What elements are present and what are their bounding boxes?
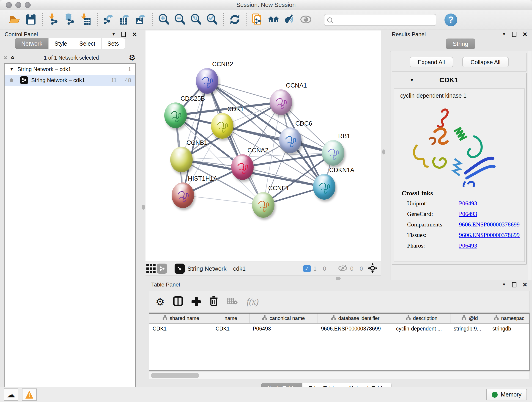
network-node-ccnb2[interactable] [196,68,218,94]
column-header-database-identifier[interactable]: database identifier [318,313,393,323]
table-gear-icon[interactable]: ⚙ [156,296,165,307]
network-node-ccna2[interactable] [231,154,254,180]
hidden-count: 0 – 0 [350,265,363,272]
crosslink-link[interactable]: 9606.ENSP00000378699 [459,221,520,228]
tab-select[interactable]: Select [73,38,101,49]
export-network-button[interactable] [101,12,117,28]
add-column-icon[interactable] [191,297,201,306]
collection-caret-icon[interactable]: ▼ [10,67,14,72]
collapse-results-icon[interactable]: ▼ [502,32,506,37]
network-row[interactable]: String Network – cdk1 11 48 [5,75,135,86]
float-table-icon[interactable] [512,282,516,287]
save-session-button[interactable] [23,12,39,28]
collapse-panel-icon[interactable]: ▼ [112,32,115,37]
share-view-icon[interactable] [157,263,167,274]
crosslinks-block: CrossLinks Uniprot:P06493GeneCard:P06493… [402,190,520,253]
tab-sets[interactable]: Sets [101,38,125,49]
column-header-canonical-name[interactable]: canonical name [249,313,318,323]
node-label-ccnb1: CCNB1 [186,139,208,147]
gene-caret-icon[interactable]: ▼ [410,77,414,83]
column-header-shared-name[interactable]: shared name [149,313,212,323]
export-image-button[interactable] [133,12,149,28]
warnings-button[interactable] [22,389,37,401]
network-share-icon [20,76,28,84]
import-network-file-button[interactable] [46,12,62,28]
import-table-button[interactable] [78,12,94,28]
collapse-all-networks-icon[interactable]: » [8,56,16,60]
network-options-gear-icon[interactable]: ⚙ [129,53,136,62]
table-toolbar: ⚙ f(x) [149,291,530,313]
table-row[interactable]: CDK1CDK1P064939606.ENSP00000378699cyclin… [149,324,529,334]
close-results-icon[interactable]: ✕ [522,31,527,38]
column-header--id[interactable]: @id [450,313,489,323]
crosslink-link[interactable]: 9606.ENSP00000378699 [459,232,520,239]
column-header-name[interactable]: name [212,313,249,323]
export-table-button[interactable] [117,12,133,28]
network-node-cdc6[interactable] [279,128,302,153]
refresh-view-button[interactable] [227,12,243,28]
network-node-cdkn1a[interactable] [313,174,336,200]
delete-column-icon[interactable] [209,296,218,307]
network-node-cdk1[interactable] [211,113,234,139]
crosslink-link[interactable]: P06493 [459,200,477,207]
crosshair-icon[interactable] [367,263,378,274]
network-node-ccnb1[interactable] [170,147,193,172]
float-panel-icon[interactable] [121,32,126,37]
zoom-fit-button[interactable] [188,12,204,28]
cloud-status-button[interactable]: ☁ [4,389,18,401]
collapse-all-button[interactable]: Collapse All [462,57,509,67]
split-columns-icon[interactable] [173,296,183,307]
network-node-rb1[interactable] [322,140,344,166]
tab-network[interactable]: Network [15,38,49,49]
search-input[interactable] [334,17,430,23]
expand-all-button[interactable]: Expand All [410,57,453,67]
selected-checkbox-icon[interactable]: ✓ [303,265,311,272]
show-graphics-details-button[interactable] [298,12,314,28]
control-panel-tabs: NetworkStyleSelectSets [15,38,125,49]
crosslink-label: Pharos: [402,242,459,249]
table-hscrollbar[interactable] [149,371,530,379]
help-button[interactable]: ? [444,13,457,26]
grid-view-icon[interactable] [146,263,157,274]
memory-button[interactable]: Memory [486,389,527,400]
collapse-table-icon[interactable]: ▼ [502,282,506,287]
import-network-database-button[interactable] [62,12,78,28]
memory-label: Memory [501,391,521,398]
network-node-cdc25b[interactable] [164,102,187,128]
right-splitter-grip[interactable] [382,149,385,154]
network-node-hist1h1a[interactable] [172,182,194,208]
gene-section-header[interactable]: ▼ CDK1 [392,73,526,87]
network-status-dot [10,78,13,82]
crosslink-link[interactable]: P06493 [459,242,477,249]
bottom-splitter-grip[interactable] [336,277,341,280]
function-builder-icon: f(x) [247,297,259,307]
column-header-description[interactable]: description [393,313,450,323]
column-header-namespac[interactable]: namespac [489,313,529,323]
search-field[interactable] [324,14,436,26]
zoom-selected-button[interactable] [204,12,220,28]
network-node-ccne1[interactable] [252,192,274,218]
home-pages-button[interactable] [266,12,282,28]
home-pages-icon [267,13,280,27]
tab-string[interactable]: String [446,38,475,49]
share-document-button[interactable] [250,12,266,28]
network-tree: ▼ String Network – cdk1 1 String Network… [4,63,136,402]
crosslink-link[interactable]: P06493 [459,211,477,217]
tab-style[interactable]: Style [48,38,74,49]
zoom-in-button[interactable] [156,12,172,28]
hide-graphics-button[interactable] [282,12,298,28]
birdseye-icon[interactable] [174,263,185,274]
table-hscrollbar-thumb[interactable] [151,373,199,378]
close-table-icon[interactable]: ✕ [522,281,527,288]
zoom-out-button[interactable] [172,12,188,28]
network-view[interactable]: CCNB2 CCNA1 CDC25B CDK1 CDC6 RB1CCNB1 CC… [146,31,381,262]
open-session-button[interactable] [7,12,23,28]
left-splitter-grip[interactable] [142,205,145,210]
float-results-icon[interactable] [512,32,516,37]
close-panel-icon[interactable]: ✕ [132,31,137,38]
share-document-icon [251,13,264,27]
collection-row[interactable]: ▼ String Network – cdk1 1 [5,64,135,75]
network-view-title: String Network – cdk1 [187,265,246,272]
results-scrollbar[interactable] [528,51,532,294]
network-node-ccna1[interactable] [270,89,292,115]
